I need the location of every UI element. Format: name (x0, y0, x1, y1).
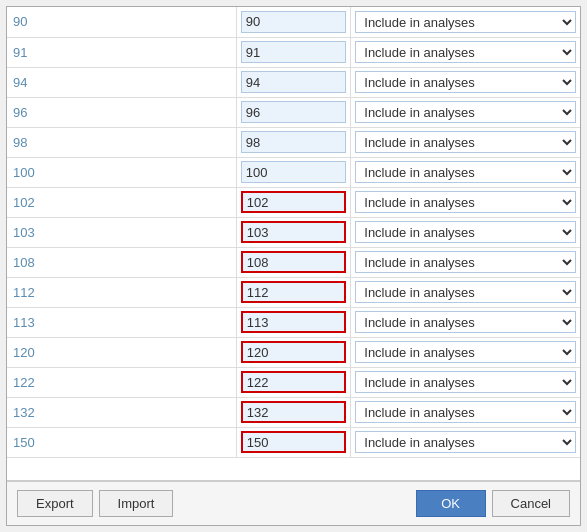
row-right-cell: Include in analyses (351, 307, 580, 337)
row-dropdown[interactable]: Include in analyses (355, 311, 576, 333)
row-middle-cell (236, 367, 351, 397)
row-dropdown[interactable]: Include in analyses (355, 131, 576, 153)
table-area: 90Include in analyses91Include in analys… (7, 7, 580, 481)
row-left-value: 96 (7, 97, 236, 127)
row-middle-input[interactable] (241, 311, 347, 333)
table-row: 103Include in analyses (7, 217, 580, 247)
row-left-value: 91 (7, 37, 236, 67)
row-left-value: 94 (7, 67, 236, 97)
row-middle-input[interactable] (241, 431, 347, 453)
row-right-cell: Include in analyses (351, 337, 580, 367)
row-dropdown[interactable]: Include in analyses (355, 371, 576, 393)
table-row: 90Include in analyses (7, 7, 580, 37)
row-right-cell: Include in analyses (351, 157, 580, 187)
dialog: 90Include in analyses91Include in analys… (6, 6, 581, 526)
row-right-cell: Include in analyses (351, 187, 580, 217)
row-middle-input[interactable] (241, 281, 347, 303)
row-middle-cell (236, 97, 351, 127)
row-middle-input[interactable] (241, 221, 347, 243)
row-dropdown[interactable]: Include in analyses (355, 251, 576, 273)
row-middle-input[interactable] (241, 41, 347, 63)
row-middle-cell (236, 337, 351, 367)
footer: Export Import OK Cancel (7, 481, 580, 525)
footer-left: Export Import (17, 490, 408, 517)
row-left-value: 108 (7, 247, 236, 277)
row-middle-cell (236, 157, 351, 187)
row-middle-cell (236, 277, 351, 307)
row-left-value: 98 (7, 127, 236, 157)
row-dropdown[interactable]: Include in analyses (355, 161, 576, 183)
row-dropdown[interactable]: Include in analyses (355, 71, 576, 93)
row-middle-input[interactable] (241, 131, 347, 153)
row-dropdown[interactable]: Include in analyses (355, 191, 576, 213)
row-middle-cell (236, 187, 351, 217)
row-dropdown[interactable]: Include in analyses (355, 341, 576, 363)
table-row: 113Include in analyses (7, 307, 580, 337)
export-button[interactable]: Export (17, 490, 93, 517)
row-left-value: 90 (7, 7, 236, 37)
row-dropdown[interactable]: Include in analyses (355, 221, 576, 243)
row-middle-input[interactable] (241, 251, 347, 273)
row-left-value: 112 (7, 277, 236, 307)
table-row: 98Include in analyses (7, 127, 580, 157)
ok-button[interactable]: OK (416, 490, 486, 517)
row-right-cell: Include in analyses (351, 97, 580, 127)
table-row: 100Include in analyses (7, 157, 580, 187)
row-left-value: 102 (7, 187, 236, 217)
row-middle-cell (236, 37, 351, 67)
row-middle-cell (236, 217, 351, 247)
table-row: 96Include in analyses (7, 97, 580, 127)
row-right-cell: Include in analyses (351, 247, 580, 277)
row-middle-input[interactable] (241, 101, 347, 123)
row-middle-input[interactable] (241, 161, 347, 183)
row-dropdown[interactable]: Include in analyses (355, 431, 576, 453)
row-middle-cell (236, 427, 351, 457)
row-dropdown[interactable]: Include in analyses (355, 401, 576, 423)
table-row: 94Include in analyses (7, 67, 580, 97)
row-left-value: 120 (7, 337, 236, 367)
row-right-cell: Include in analyses (351, 37, 580, 67)
table-row: 102Include in analyses (7, 187, 580, 217)
row-left-value: 150 (7, 427, 236, 457)
row-middle-input[interactable] (241, 401, 347, 423)
row-right-cell: Include in analyses (351, 427, 580, 457)
table-row: 112Include in analyses (7, 277, 580, 307)
row-left-value: 122 (7, 367, 236, 397)
table-row: 108Include in analyses (7, 247, 580, 277)
row-left-value: 132 (7, 397, 236, 427)
table-row: 91Include in analyses (7, 37, 580, 67)
row-middle-input[interactable] (241, 371, 347, 393)
row-right-cell: Include in analyses (351, 367, 580, 397)
row-middle-cell (236, 397, 351, 427)
row-left-value: 103 (7, 217, 236, 247)
row-dropdown[interactable]: Include in analyses (355, 11, 576, 33)
table-row: 150Include in analyses (7, 427, 580, 457)
row-left-value: 113 (7, 307, 236, 337)
table-row: 120Include in analyses (7, 337, 580, 367)
row-middle-input[interactable] (241, 341, 347, 363)
import-button[interactable]: Import (99, 490, 174, 517)
row-right-cell: Include in analyses (351, 277, 580, 307)
row-middle-cell (236, 247, 351, 277)
row-middle-cell (236, 307, 351, 337)
row-dropdown[interactable]: Include in analyses (355, 41, 576, 63)
cancel-button[interactable]: Cancel (492, 490, 570, 517)
table-row: 122Include in analyses (7, 367, 580, 397)
row-middle-cell (236, 67, 351, 97)
row-middle-cell (236, 127, 351, 157)
row-left-value: 100 (7, 157, 236, 187)
row-right-cell: Include in analyses (351, 7, 580, 37)
row-right-cell: Include in analyses (351, 67, 580, 97)
row-middle-input[interactable] (241, 71, 347, 93)
row-right-cell: Include in analyses (351, 217, 580, 247)
row-middle-cell (236, 7, 351, 37)
row-middle-input[interactable] (241, 11, 347, 33)
data-table: 90Include in analyses91Include in analys… (7, 7, 580, 458)
row-middle-input[interactable] (241, 191, 347, 213)
row-dropdown[interactable]: Include in analyses (355, 101, 576, 123)
row-dropdown[interactable]: Include in analyses (355, 281, 576, 303)
row-right-cell: Include in analyses (351, 397, 580, 427)
row-right-cell: Include in analyses (351, 127, 580, 157)
footer-right: OK Cancel (416, 490, 570, 517)
table-row: 132Include in analyses (7, 397, 580, 427)
